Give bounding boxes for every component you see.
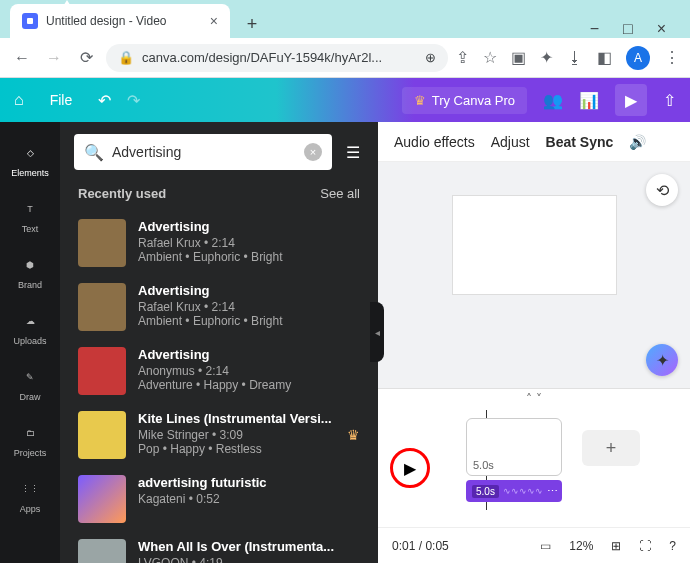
try-pro-button[interactable]: ♛Try Canva Pro [402,87,527,114]
see-all-link[interactable]: See all [320,186,360,201]
reload-button[interactable]: ⟳ [74,46,98,70]
play-button[interactable]: ▶ [390,448,430,488]
menu-icon[interactable]: ⋮ [664,48,680,67]
track-tags: Pop • Happy • Restless [138,442,335,456]
puzzle-icon[interactable]: ✦ [540,48,553,67]
track-item[interactable]: Kite Lines (Instrumental Versi...Mike St… [74,403,364,467]
track-meta: LVGOON • 4:19 [138,556,360,563]
track-thumbnail [78,411,126,459]
svg-rect-0 [27,18,33,24]
chevron-down-icon[interactable]: ˅ [536,392,542,406]
panel-collapse-handle[interactable]: ◂ [370,302,384,362]
maximize-icon[interactable]: □ [623,20,633,38]
track-meta: Rafael Krux • 2:14 [138,300,360,314]
sidebar-item-text[interactable]: TText [0,190,60,242]
undo-icon[interactable]: ↶ [98,91,111,110]
lock-icon: 🔒 [118,50,134,65]
url-text: canva.com/design/DAFuY-1594k/hyAr2l... [142,50,382,65]
chevron-up-icon[interactable]: ˄ [526,392,532,406]
adjust-button[interactable]: Adjust [491,134,530,150]
star-icon[interactable]: ☆ [483,48,497,67]
track-item[interactable]: advertising futuristicKagateni • 0:52 [74,467,364,531]
add-clip-button[interactable]: + [582,430,640,466]
filter-button[interactable]: ☰ [342,141,364,163]
projects-icon: 🗀 [19,422,41,444]
recently-used-label: Recently used [78,186,166,201]
sidebar-item-uploads[interactable]: ☁Uploads [0,302,60,354]
sidepanel-icon[interactable]: ◧ [597,48,612,67]
left-sidebar: ◇Elements TText ⬢Brand ☁Uploads ✎Draw 🗀P… [0,122,60,563]
canvas-page[interactable] [452,195,617,295]
audio-clip[interactable]: 5.0s∿∿∿∿∿⋯ [466,480,562,502]
waveform-icon: ∿∿∿∿∿ [503,486,543,496]
address-bar[interactable]: 🔒 canva.com/design/DAFuY-1594k/hyAr2l...… [106,44,448,72]
track-meta: Kagateni • 0:52 [138,492,360,506]
clear-search-button[interactable]: × [304,143,322,161]
track-title: When All Is Over (Instrumenta... [138,539,360,554]
home-icon[interactable]: ⌂ [14,91,24,109]
sidebar-item-elements[interactable]: ◇Elements [0,134,60,186]
canvas-view[interactable]: ⟲ ✦ [378,162,690,388]
track-title: Kite Lines (Instrumental Versi... [138,411,335,426]
track-item[interactable]: When All Is Over (Instrumenta...LVGOON •… [74,531,364,563]
track-meta: Rafael Krux • 2:14 [138,236,360,250]
sidebar-item-draw[interactable]: ✎Draw [0,358,60,410]
track-meta: Mike Stringer • 3:09 [138,428,335,442]
pro-badge-icon: ♛ [347,427,360,443]
file-menu[interactable]: File [40,86,83,114]
analytics-icon[interactable]: 📊 [579,91,599,110]
search-input[interactable] [112,144,296,160]
sidebar-item-brand[interactable]: ⬢Brand [0,246,60,298]
redo-icon[interactable]: ↷ [127,91,140,110]
close-tab-icon[interactable]: × [210,13,218,29]
sidebar-item-projects[interactable]: 🗀Projects [0,414,60,466]
minimize-icon[interactable]: − [590,20,599,38]
back-button[interactable]: ← [10,46,34,70]
sidebar-item-apps[interactable]: ⋮⋮Apps [0,470,60,522]
apps-icon: ⋮⋮ [19,478,41,500]
share-icon[interactable]: ⇪ [456,48,469,67]
pages-icon[interactable]: ▭ [540,539,551,553]
track-tags: Ambient • Euphoric • Bright [138,250,360,264]
track-item[interactable]: AdvertisingRafael Krux • 2:14Ambient • E… [74,211,364,275]
help-icon[interactable]: ? [669,539,676,553]
timeline: ˄ ˅ ▶ 5.0s 5.0s∿∿∿∿∿⋯ + 0:01 / 0:05 ▭ 12… [378,388,690,563]
profile-avatar[interactable]: A [626,46,650,70]
zoom-icon[interactable]: ⊕ [425,50,436,65]
video-clip[interactable]: 5.0s [466,418,562,476]
reset-view-button[interactable]: ⟲ [646,174,678,206]
search-box: 🔍 × [74,134,332,170]
track-thumbnail [78,475,126,523]
track-item[interactable]: AdvertisingRafael Krux • 2:14Ambient • E… [74,275,364,339]
volume-icon[interactable]: 🔊 [629,134,646,150]
clip-menu-icon[interactable]: ⋯ [547,485,558,498]
track-thumbnail [78,283,126,331]
elements-panel: 🔍 × ☰ Recently used See all AdvertisingR… [60,122,378,563]
track-tags: Adventure • Happy • Dreamy [138,378,360,392]
forward-button[interactable]: → [42,46,66,70]
close-window-icon[interactable]: × [657,20,666,38]
track-thumbnail [78,219,126,267]
share-button[interactable]: ⇧ [663,91,676,110]
canva-favicon [22,13,38,29]
track-tags: Ambient • Euphoric • Bright [138,314,360,328]
track-item[interactable]: AdvertisingAnonymus • 2:14Adventure • Ha… [74,339,364,403]
beat-sync-button[interactable]: Beat Sync [546,134,614,150]
brand-icon: ⬢ [19,254,41,276]
extension-icon[interactable]: ▣ [511,48,526,67]
timeline-clips[interactable]: 5.0s 5.0s∿∿∿∿∿⋯ + [442,418,678,518]
audio-effects-button[interactable]: Audio effects [394,134,475,150]
collaborators-icon[interactable]: 👥 [543,91,563,110]
magic-button[interactable]: ✦ [646,344,678,376]
crown-icon: ♛ [414,93,426,108]
present-button[interactable]: ▶ [615,84,647,116]
fullscreen-icon[interactable]: ⛶ [639,539,651,553]
zoom-level[interactable]: 12% [569,539,593,553]
new-tab-button[interactable]: + [238,10,266,38]
track-title: Advertising [138,219,360,234]
canvas-toolbar: Audio effects Adjust Beat Sync 🔊 [378,122,690,162]
text-icon: T [19,198,41,220]
browser-tab[interactable]: Untitled design - Video × [10,4,230,38]
grid-view-icon[interactable]: ⊞ [611,539,621,553]
download-icon[interactable]: ⭳ [567,49,583,67]
